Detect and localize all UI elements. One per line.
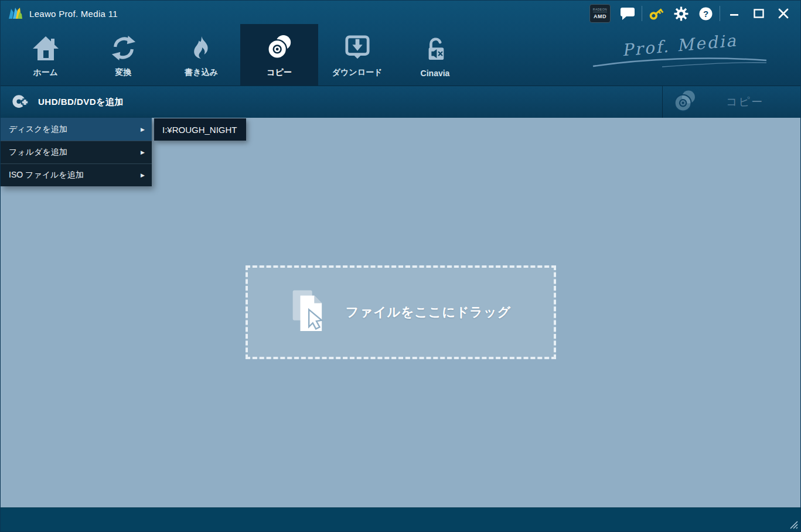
brand-swoosh [592,57,768,68]
app-window: Leawo Prof. Media 11 RADEON AMD [0,0,801,532]
tab-cinavia[interactable]: Cinavia [396,26,474,86]
submenu-arrow-icon: ▶ [141,172,145,178]
submenu-arrow-icon: ▶ [141,149,145,155]
chat-bubble-icon [620,6,635,21]
resize-grip[interactable] [790,521,798,529]
disc-icon [672,90,698,114]
copy-action-button[interactable]: コピー [662,86,800,118]
menu-item-label: ディスクを追加 [9,124,67,135]
copy-action-label: コピー [726,94,763,110]
main-nav: ホーム 変換 [6,26,474,86]
app-title: Leawo Prof. Media 11 [29,9,118,19]
drop-zone-label: ファイルをここにドラッグ [346,303,511,321]
tab-label: 変換 [115,67,132,78]
register-button[interactable] [644,1,669,26]
header: Leawo Prof. Media 11 RADEON AMD [1,1,800,86]
help-button[interactable]: ? [693,1,718,26]
svg-text:?: ? [703,9,708,19]
menu-item-add-iso[interactable]: ISO ファイルを追加 ▶ [1,163,152,186]
maximize-button[interactable] [747,1,771,26]
tab-copy[interactable]: コピー [240,24,318,86]
brand-logo: Prof. Media [592,36,768,70]
tab-label: Cinavia [421,69,450,78]
titlebar-controls: RADEON AMD [589,1,796,26]
burn-icon [190,33,213,62]
tab-download[interactable]: ダウンロード [318,26,396,86]
add-uhd-bd-dvd-button[interactable]: UHD/BD/DVDを追加 [1,86,152,118]
menu-item-label: フォルダを追加 [9,147,67,158]
maximize-icon [753,8,765,19]
brand-script-text: Prof. Media [591,28,768,63]
bottom-bar [1,507,800,531]
home-icon [32,33,59,62]
copy-disc-icon [265,33,294,62]
leawo-logo-icon [8,6,24,21]
add-disc-icon [11,94,30,111]
tab-convert[interactable]: 変換 [84,26,162,86]
add-button-label: UHD/BD/DVDを追加 [38,97,124,108]
gear-icon [674,6,688,21]
tab-label: 書き込み [185,67,218,78]
titlebar-separator [642,6,642,21]
close-button[interactable] [771,1,796,26]
menu-item-add-folder[interactable]: フォルダを追加 ▶ [1,141,152,163]
settings-button[interactable] [669,1,693,26]
key-icon [648,5,664,22]
close-icon [778,8,789,19]
tab-home[interactable]: ホーム [6,26,84,86]
help-icon: ? [698,6,713,21]
download-icon [345,33,370,62]
menu-item-add-disc[interactable]: ディスクを追加 ▶ [1,118,152,141]
cinavia-lock-icon [424,35,446,63]
menu-item-label: ISO ファイルを追加 [9,170,84,180]
toolbar: UHD/BD/DVDを追加 コピー [1,86,800,118]
tab-label: ホーム [33,67,58,78]
titlebar-separator [720,6,720,21]
tab-burn[interactable]: 書き込み [162,26,240,86]
convert-icon [110,33,137,62]
amd-radeon-badge[interactable]: RADEON AMD [589,4,611,23]
disc-submenu-item[interactable]: I:¥ROUGH_NIGHT [154,118,246,141]
minimize-icon [729,8,739,19]
submenu-item-label: I:¥ROUGH_NIGHT [162,125,237,135]
file-drop-zone[interactable]: ファイルをここにドラッグ [246,265,556,359]
minimize-button[interactable] [722,1,747,26]
submenu-arrow-icon: ▶ [141,127,145,132]
titlebar: Leawo Prof. Media 11 RADEON AMD [1,1,800,26]
add-source-menu: ディスクを追加 ▶ フォルダを追加 ▶ ISO ファイルを追加 ▶ [1,118,152,186]
tab-label: コピー [267,67,292,78]
tab-label: ダウンロード [332,67,383,78]
feedback-button[interactable] [615,1,640,26]
drag-file-icon [291,289,329,336]
